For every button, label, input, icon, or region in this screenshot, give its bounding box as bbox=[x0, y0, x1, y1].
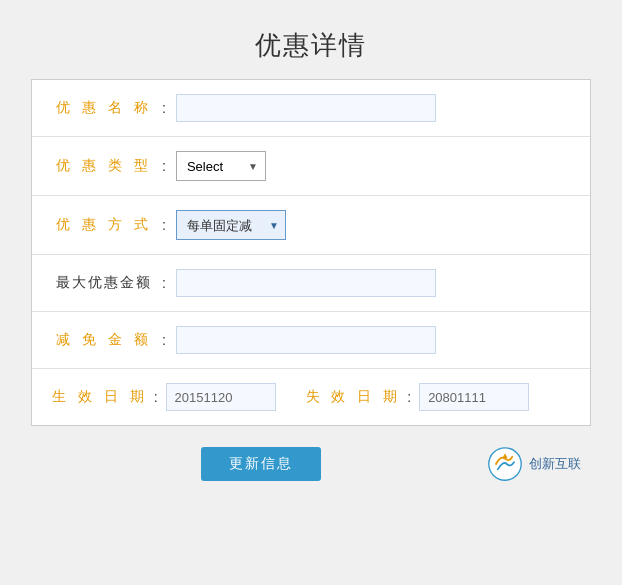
logo-area: 创新互联 bbox=[487, 446, 581, 482]
label-method: 优 惠 方 式 bbox=[52, 216, 152, 234]
select-method-wrapper: 每单固定减 折扣 bbox=[176, 210, 286, 240]
select-type-wrapper: Select bbox=[176, 151, 266, 181]
input-name[interactable] bbox=[176, 94, 436, 122]
input-start-date[interactable]: 20151120 bbox=[166, 383, 276, 411]
select-method[interactable]: 每单固定减 折扣 bbox=[176, 210, 286, 240]
label-end-date: 失 效 日 期 bbox=[306, 388, 402, 406]
form-row-type: 优 惠 类 型 : Select bbox=[32, 137, 590, 196]
logo-icon bbox=[487, 446, 523, 482]
update-button[interactable]: 更新信息 bbox=[201, 447, 321, 481]
label-max-colon: : bbox=[162, 275, 166, 291]
label-discount-colon: : bbox=[162, 332, 166, 348]
label-max-amount: 最大优惠金额 bbox=[52, 274, 152, 292]
select-type-label: Select bbox=[187, 159, 223, 174]
label-name-colon: : bbox=[162, 100, 166, 116]
label-end-colon: : bbox=[407, 389, 411, 405]
label-type: 优 惠 类 型 bbox=[52, 157, 152, 175]
label-start-colon: : bbox=[154, 389, 158, 405]
label-start-date: 生 效 日 期 bbox=[52, 388, 148, 406]
form-row-dates: 生 效 日 期 : 20151120 失 效 日 期 : 20801111 bbox=[32, 369, 590, 425]
label-discount: 减 免 金 额 bbox=[52, 331, 152, 349]
page-title: 优惠详情 bbox=[255, 28, 367, 63]
input-discount[interactable] bbox=[176, 326, 436, 354]
form-row-max-amount: 最大优惠金额 : bbox=[32, 255, 590, 312]
logo-text: 创新互联 bbox=[529, 456, 581, 473]
label-type-colon: : bbox=[162, 158, 166, 174]
select-type-button[interactable]: Select bbox=[176, 151, 266, 181]
form-container: 优 惠 名 称 : 优 惠 类 型 : Select 优 惠 方 式 : 每单固… bbox=[31, 79, 591, 426]
label-method-colon: : bbox=[162, 217, 166, 233]
form-row-discount: 减 免 金 额 : bbox=[32, 312, 590, 369]
svg-point-0 bbox=[489, 448, 521, 480]
input-max-amount[interactable] bbox=[176, 269, 436, 297]
label-name: 优 惠 名 称 bbox=[52, 99, 152, 117]
bottom-area: 更新信息 创新互联 bbox=[31, 446, 591, 482]
form-row-method: 优 惠 方 式 : 每单固定减 折扣 bbox=[32, 196, 590, 255]
form-row-name: 优 惠 名 称 : bbox=[32, 80, 590, 137]
input-end-date[interactable]: 20801111 bbox=[419, 383, 529, 411]
